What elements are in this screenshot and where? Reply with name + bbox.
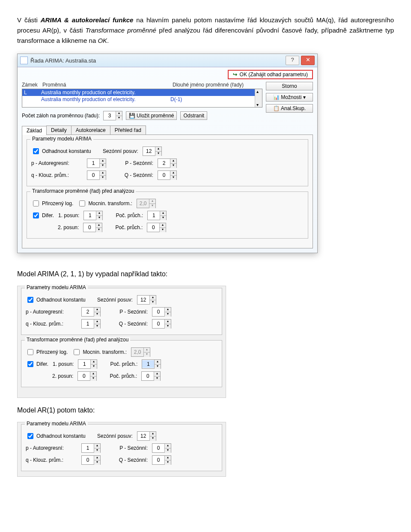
P-label: P - Sezónní: [110,160,153,166]
Q-input[interactable] [152,320,164,328]
zalohy-label: Počet záloh na proměnnou (řadu): [22,113,100,119]
group-arima-params: Parametry modelu ARIMA Odhadnout konstan… [27,139,308,186]
odhadnout-checkbox[interactable]: Odhadnout konstantu [26,432,86,440]
p-label: p - Autoregresní: [31,160,83,166]
header-lock: Zámek [22,82,42,88]
close-button[interactable]: ✕ [301,56,315,65]
posun1-spinner[interactable]: ▴▾ [78,359,97,369]
odhadnout-checkbox[interactable]: Odhadnout konstantu [31,147,91,155]
Q-spinner[interactable]: ▴▾ [152,319,171,329]
mocnin-input [131,348,143,356]
pruch1-label: Poč. průch.: [110,361,137,367]
p-input[interactable] [87,159,99,167]
difer-checkbox[interactable]: Difer. [26,360,48,368]
sez-posuv-input[interactable] [137,296,149,304]
group-label: Parametry modelu ARIMA [25,421,88,427]
sezonni-posuv-label: Sezónní posuv: [90,297,133,303]
pruch2-label: Poč. průch.: [115,224,143,230]
Q-spinner[interactable]: ▴▾ [158,170,177,180]
tab-autokorelace[interactable]: Autokorelace [71,126,110,134]
mocnin-spinner: ▴▾ [137,199,156,208]
p-spinner[interactable]: ▴▾ [81,307,101,317]
tab-prehled[interactable]: Přehled řad [110,126,146,134]
P-input[interactable] [158,159,170,167]
pruch1-spinner[interactable]: ▴▾ [147,211,167,220]
P-spinner[interactable]: ▴▾ [152,307,171,317]
pruch1-input[interactable] [148,212,160,219]
moznosti-button[interactable]: 📊 Možnosti ▾ [266,93,313,102]
sez-posuv-spinner[interactable]: ▴▾ [137,295,156,305]
sez-posuv-spinner[interactable]: ▴▾ [137,431,156,441]
sez-posuv-input[interactable] [137,432,149,440]
pruch2-spinner[interactable]: ▴▾ [147,223,166,232]
q-label: q - Klouz. prům.: [26,457,77,463]
panel-model-ar1: Parametry modelu ARIMA Odhadnout konstan… [17,422,226,477]
tab-zaklad[interactable]: Základ [22,126,47,135]
Q-label: Q - Sezónní: [110,172,153,178]
list-item[interactable]: L Australia monthly production of electr… [22,89,262,96]
q-spinner[interactable]: ▴▾ [81,455,101,465]
zalohy-input[interactable] [104,112,116,120]
ok-button[interactable]: ↪ OK (Zahájit odhad parametru) [228,70,313,79]
Q-input[interactable] [158,171,170,179]
scrollbar[interactable] [255,89,262,107]
odstranit-button[interactable]: Odstranit [180,111,207,120]
posun1-spinner[interactable]: ▴▾ [83,211,103,220]
q-spinner[interactable]: ▴▾ [81,319,101,329]
q-input[interactable] [82,320,94,328]
moznosti-label: Možnosti ▾ [281,94,305,100]
p-label: p - Autoregresní: [26,445,77,451]
q-input[interactable] [82,456,94,464]
ok-icon: ↪ [233,72,237,78]
p-spinner[interactable]: ▴▾ [87,158,106,168]
app-icon [20,57,28,64]
ok-label: OK (Zahájit odhad parametru) [240,72,308,78]
storno-button[interactable]: Storno [266,82,313,90]
panel-model-211: Parametry modelu ARIMA Odhadnout konstan… [17,286,226,398]
ulozit-button[interactable]: 💾 Uložit proměnné [126,111,177,120]
pruch1-input[interactable] [142,360,154,368]
variable-listbox[interactable]: L Australia monthly production of electr… [22,89,262,108]
cell-lock: L [24,90,41,96]
P-spinner[interactable]: ▴▾ [158,158,177,168]
posun2-spinner[interactable]: ▴▾ [77,371,97,381]
p-input[interactable] [82,308,94,316]
analskup-button[interactable]: 📋 Anal.Skup. [266,104,313,113]
pruch2-input[interactable] [142,372,154,380]
Q-spinner[interactable]: ▴▾ [152,455,171,465]
pruch2-spinner[interactable]: ▴▾ [141,371,161,381]
pruch2-label: Poč. průch.: [110,373,137,379]
posun1-input[interactable] [84,212,96,219]
posun2-input[interactable] [83,224,95,231]
posun1-input[interactable] [78,360,90,368]
mocnin-checkbox[interactable]: Mocnin. transform.: [72,348,127,356]
pruch2-input[interactable] [147,224,159,231]
odhadnout-checkbox[interactable]: Odhadnout konstantu [26,296,86,304]
list-item[interactable]: Australia monthly production of electric… [22,96,262,103]
posun2-spinner[interactable]: ▴▾ [83,223,102,232]
q-input[interactable] [87,171,99,179]
Q-input[interactable] [152,456,164,464]
group-label: Parametry modelu ARIMA [30,136,93,142]
log-checkbox[interactable]: Přirozený log. [31,199,73,208]
header-var: Proměnná [42,82,173,88]
help-button[interactable]: ? [286,56,299,65]
p-input[interactable] [82,444,94,452]
pruch1-spinner[interactable]: ▴▾ [142,359,161,369]
zalohy-spinner[interactable]: ▴▾ [103,111,122,120]
difer-checkbox[interactable]: Difer. [31,211,54,220]
p-spinner[interactable]: ▴▾ [81,443,101,453]
sez-posuv-spinner[interactable]: ▴▾ [143,146,162,156]
save-icon: 💾 [129,113,135,119]
P-input[interactable] [152,444,164,452]
posun2-label: 2. posun: [58,224,79,230]
P-spinner[interactable]: ▴▾ [152,443,171,453]
q-spinner[interactable]: ▴▾ [87,170,106,180]
posun2-input[interactable] [78,372,90,380]
tab-detaily[interactable]: Detaily [46,126,71,134]
mocnin-checkbox[interactable]: Mocnin. transform.: [77,199,132,208]
P-input[interactable] [152,308,164,316]
log-checkbox[interactable]: Přirozený log. [26,348,68,356]
sez-posuv-input[interactable] [143,147,155,155]
mocnin-input [137,200,149,207]
